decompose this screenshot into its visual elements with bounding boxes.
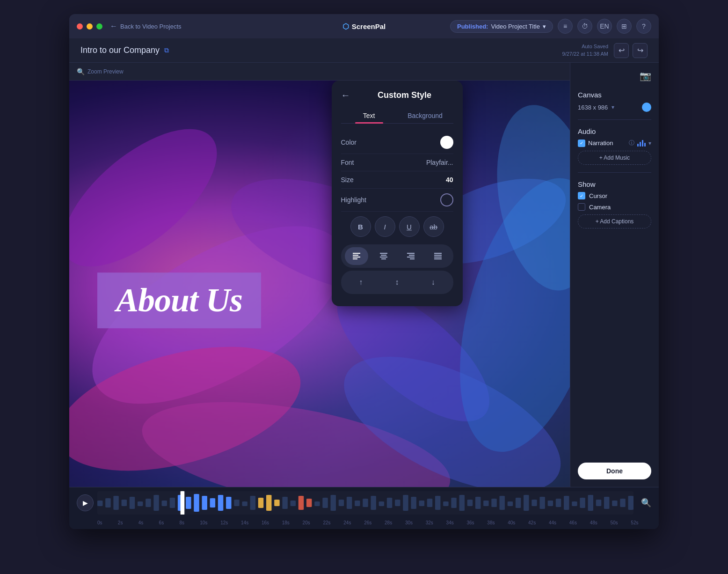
undo-button[interactable]: ↩ [614,43,629,58]
svg-rect-15 [381,255,386,256]
divider-1 [578,119,651,120]
done-button[interactable]: Done [578,463,651,479]
narration-bars-icon[interactable] [637,140,646,147]
svg-rect-34 [162,500,167,506]
underline-button[interactable]: U [399,216,420,237]
panel-back-button[interactable]: ← [341,90,350,101]
narration-info-icon[interactable]: ⓘ [629,139,634,147]
svg-rect-17 [381,258,386,259]
audio-section-title: Audio [578,127,651,135]
svg-rect-81 [539,497,545,509]
time-46s: 46s [569,520,590,525]
svg-rect-41 [218,495,223,511]
dropdown-chevron-icon: ▾ [543,23,546,30]
audio-section: Audio ✓ Narration ⓘ ▾ [578,127,651,165]
video-preview[interactable]: About Us ← Custom Style Text Background [69,81,570,487]
narration-dropdown-icon[interactable]: ▾ [648,140,651,147]
cursor-checkbox[interactable]: ✓ [578,192,585,199]
svg-rect-72 [467,500,473,506]
align-center-button[interactable] [372,247,395,265]
svg-rect-31 [138,501,143,506]
narration-checkbox[interactable]: ✓ [578,140,585,147]
divider-2 [578,172,651,173]
timeline-search-icon[interactable]: 🔍 [641,498,651,508]
about-us-block[interactable]: About Us [97,272,261,328]
toolbar: Intro to our Company ⧉ Auto Saved 9/27/2… [69,38,659,63]
timeline: ▶ /* bars generated below */ [69,487,659,529]
svg-rect-47 [266,495,271,511]
valign-bottom-button[interactable]: ↓ [417,273,449,291]
redo-button[interactable]: ↪ [633,43,648,58]
svg-rect-11 [353,255,358,256]
minimize-button[interactable] [87,23,93,29]
edit-title-icon[interactable]: ⧉ [164,46,169,54]
highlight-row: Highlight [341,189,453,212]
align-left-button[interactable] [345,247,368,265]
svg-rect-80 [531,500,537,506]
main-window: ← Back to Video Projects ⬡ ScreenPal Pub… [69,14,659,529]
list-icon-button[interactable]: ≡ [558,19,573,34]
svg-rect-10 [353,253,360,254]
svg-rect-18 [407,253,415,254]
time-52s: 52s [631,520,651,525]
svg-rect-67 [427,499,432,507]
font-label: Font [341,159,354,166]
add-music-button[interactable]: + Add Music [578,151,651,165]
valign-middle-button[interactable]: ↕ [381,273,413,291]
svg-rect-85 [572,501,577,506]
svg-rect-64 [403,495,408,511]
svg-rect-58 [355,500,360,506]
canvas-toggle[interactable] [642,103,651,112]
time-26s: 26s [364,520,385,525]
published-button[interactable]: Published: Video Project Title ▾ [450,20,553,33]
svg-rect-55 [331,495,336,511]
tab-background[interactable]: Background [397,108,453,123]
show-section: Show ✓ Cursor Camera + Add Captions [578,180,651,228]
play-icon: ▶ [83,499,88,507]
strikethrough-button[interactable]: ab [423,216,444,237]
waveform[interactable]: /* bars generated below */ [97,491,633,515]
svg-rect-26 [97,500,102,506]
camera-icon[interactable]: 📷 [578,70,651,81]
align-right-button[interactable] [399,247,422,265]
layers-icon-button[interactable]: ⊞ [617,19,632,34]
bold-button[interactable]: B [350,216,371,237]
camera-checkbox[interactable] [578,203,585,211]
color-picker[interactable] [440,136,453,149]
panel-title: Custom Style [356,90,453,100]
close-button[interactable] [77,23,83,29]
help-icon-button[interactable]: ? [636,19,651,34]
svg-rect-38 [194,494,199,512]
language-icon-button[interactable]: EN [597,19,612,34]
tab-text[interactable]: Text [341,108,397,123]
time-36s: 36s [466,520,487,525]
svg-rect-65 [411,497,416,509]
play-button[interactable]: ▶ [77,494,94,511]
show-section-title: Show [578,180,651,188]
italic-button[interactable]: I [375,216,395,237]
svg-rect-30 [130,497,135,509]
svg-rect-59 [363,499,368,507]
canvas-section: Canvas 1638 x 986 ▾ [578,91,651,112]
svg-rect-84 [564,496,569,510]
svg-rect-45 [250,496,255,510]
svg-rect-68 [435,496,440,510]
svg-rect-89 [604,497,609,509]
back-button[interactable]: ← Back to Video Projects [110,22,182,30]
project-title-text: Intro to our Company [80,45,160,55]
time-4s: 4s [138,520,159,525]
screenpal-icon: ⬡ [342,22,349,31]
app-name: ScreenPal [352,22,386,30]
highlight-picker[interactable] [440,193,453,206]
titlebar-right: Published: Video Project Title ▾ ≡ ⏱ EN … [450,19,651,34]
maximize-button[interactable] [96,23,102,29]
align-justify-button[interactable] [426,247,450,265]
zoom-bar: 🔍 Zoom Preview [69,63,570,81]
clock-icon-button[interactable]: ⏱ [577,19,592,34]
add-captions-button[interactable]: + Add Captions [578,214,651,228]
panel-header: ← Custom Style [341,90,453,101]
back-button-label: Back to Video Projects [120,23,182,30]
time-16s: 16s [262,520,282,525]
svg-rect-24 [434,257,442,258]
valign-top-button[interactable]: ↑ [345,273,377,291]
